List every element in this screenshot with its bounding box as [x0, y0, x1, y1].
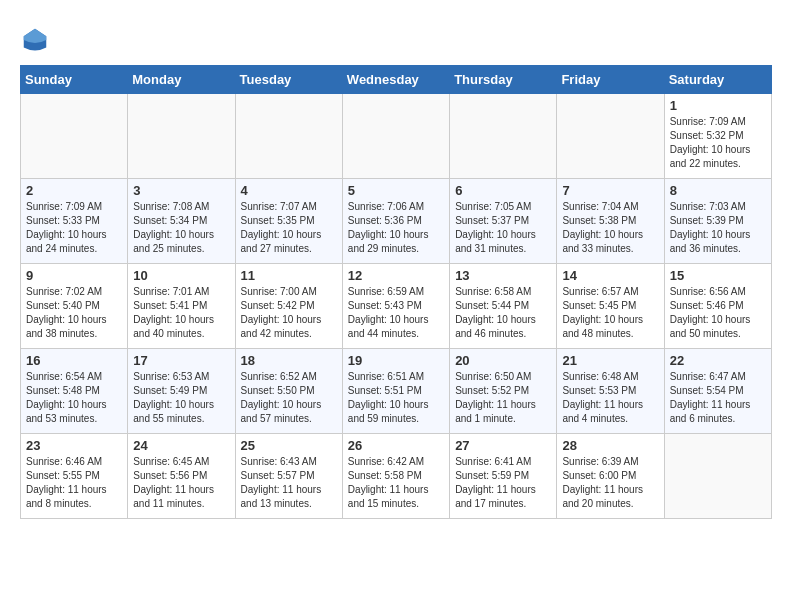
day-number: 16 [26, 353, 122, 368]
day-number: 12 [348, 268, 444, 283]
calendar-cell: 16Sunrise: 6:54 AM Sunset: 5:48 PM Dayli… [21, 349, 128, 434]
day-info: Sunrise: 6:42 AM Sunset: 5:58 PM Dayligh… [348, 455, 444, 511]
week-row-3: 9Sunrise: 7:02 AM Sunset: 5:40 PM Daylig… [21, 264, 772, 349]
day-info: Sunrise: 6:50 AM Sunset: 5:52 PM Dayligh… [455, 370, 551, 426]
day-info: Sunrise: 7:04 AM Sunset: 5:38 PM Dayligh… [562, 200, 658, 256]
calendar-cell: 8Sunrise: 7:03 AM Sunset: 5:39 PM Daylig… [664, 179, 771, 264]
calendar-cell: 20Sunrise: 6:50 AM Sunset: 5:52 PM Dayli… [450, 349, 557, 434]
calendar-cell: 28Sunrise: 6:39 AM Sunset: 6:00 PM Dayli… [557, 434, 664, 519]
day-number: 5 [348, 183, 444, 198]
week-row-5: 23Sunrise: 6:46 AM Sunset: 5:55 PM Dayli… [21, 434, 772, 519]
day-info: Sunrise: 6:52 AM Sunset: 5:50 PM Dayligh… [241, 370, 337, 426]
day-number: 4 [241, 183, 337, 198]
day-info: Sunrise: 6:41 AM Sunset: 5:59 PM Dayligh… [455, 455, 551, 511]
day-info: Sunrise: 6:39 AM Sunset: 6:00 PM Dayligh… [562, 455, 658, 511]
day-number: 8 [670, 183, 766, 198]
day-info: Sunrise: 7:03 AM Sunset: 5:39 PM Dayligh… [670, 200, 766, 256]
calendar-cell: 12Sunrise: 6:59 AM Sunset: 5:43 PM Dayli… [342, 264, 449, 349]
day-number: 26 [348, 438, 444, 453]
day-info: Sunrise: 7:09 AM Sunset: 5:32 PM Dayligh… [670, 115, 766, 171]
day-number: 14 [562, 268, 658, 283]
calendar-cell: 26Sunrise: 6:42 AM Sunset: 5:58 PM Dayli… [342, 434, 449, 519]
calendar-cell: 19Sunrise: 6:51 AM Sunset: 5:51 PM Dayli… [342, 349, 449, 434]
calendar-cell: 1Sunrise: 7:09 AM Sunset: 5:32 PM Daylig… [664, 94, 771, 179]
day-info: Sunrise: 6:48 AM Sunset: 5:53 PM Dayligh… [562, 370, 658, 426]
calendar-cell [21, 94, 128, 179]
day-number: 9 [26, 268, 122, 283]
day-info: Sunrise: 7:06 AM Sunset: 5:36 PM Dayligh… [348, 200, 444, 256]
day-info: Sunrise: 6:46 AM Sunset: 5:55 PM Dayligh… [26, 455, 122, 511]
day-number: 25 [241, 438, 337, 453]
week-row-2: 2Sunrise: 7:09 AM Sunset: 5:33 PM Daylig… [21, 179, 772, 264]
day-number: 13 [455, 268, 551, 283]
day-info: Sunrise: 6:51 AM Sunset: 5:51 PM Dayligh… [348, 370, 444, 426]
header-thursday: Thursday [450, 66, 557, 94]
day-number: 27 [455, 438, 551, 453]
day-number: 17 [133, 353, 229, 368]
day-number: 24 [133, 438, 229, 453]
week-row-1: 1Sunrise: 7:09 AM Sunset: 5:32 PM Daylig… [21, 94, 772, 179]
day-info: Sunrise: 6:45 AM Sunset: 5:56 PM Dayligh… [133, 455, 229, 511]
calendar-cell: 13Sunrise: 6:58 AM Sunset: 5:44 PM Dayli… [450, 264, 557, 349]
day-info: Sunrise: 6:54 AM Sunset: 5:48 PM Dayligh… [26, 370, 122, 426]
day-info: Sunrise: 6:56 AM Sunset: 5:46 PM Dayligh… [670, 285, 766, 341]
calendar-cell: 4Sunrise: 7:07 AM Sunset: 5:35 PM Daylig… [235, 179, 342, 264]
day-number: 28 [562, 438, 658, 453]
calendar-cell [450, 94, 557, 179]
calendar-cell: 11Sunrise: 7:00 AM Sunset: 5:42 PM Dayli… [235, 264, 342, 349]
day-info: Sunrise: 6:58 AM Sunset: 5:44 PM Dayligh… [455, 285, 551, 341]
calendar-cell: 25Sunrise: 6:43 AM Sunset: 5:57 PM Dayli… [235, 434, 342, 519]
calendar-cell: 15Sunrise: 6:56 AM Sunset: 5:46 PM Dayli… [664, 264, 771, 349]
calendar-cell: 7Sunrise: 7:04 AM Sunset: 5:38 PM Daylig… [557, 179, 664, 264]
day-info: Sunrise: 7:00 AM Sunset: 5:42 PM Dayligh… [241, 285, 337, 341]
calendar-cell: 2Sunrise: 7:09 AM Sunset: 5:33 PM Daylig… [21, 179, 128, 264]
calendar-cell: 22Sunrise: 6:47 AM Sunset: 5:54 PM Dayli… [664, 349, 771, 434]
calendar-cell: 5Sunrise: 7:06 AM Sunset: 5:36 PM Daylig… [342, 179, 449, 264]
day-number: 11 [241, 268, 337, 283]
header-sunday: Sunday [21, 66, 128, 94]
day-number: 15 [670, 268, 766, 283]
day-number: 23 [26, 438, 122, 453]
calendar-table: SundayMondayTuesdayWednesdayThursdayFrid… [20, 65, 772, 519]
calendar-cell: 27Sunrise: 6:41 AM Sunset: 5:59 PM Dayli… [450, 434, 557, 519]
calendar-cell [235, 94, 342, 179]
day-number: 6 [455, 183, 551, 198]
day-info: Sunrise: 6:43 AM Sunset: 5:57 PM Dayligh… [241, 455, 337, 511]
calendar-cell: 9Sunrise: 7:02 AM Sunset: 5:40 PM Daylig… [21, 264, 128, 349]
calendar-cell: 17Sunrise: 6:53 AM Sunset: 5:49 PM Dayli… [128, 349, 235, 434]
day-number: 7 [562, 183, 658, 198]
calendar-cell [557, 94, 664, 179]
day-number: 22 [670, 353, 766, 368]
page-header [20, 20, 772, 55]
day-info: Sunrise: 6:59 AM Sunset: 5:43 PM Dayligh… [348, 285, 444, 341]
day-number: 19 [348, 353, 444, 368]
calendar-cell [342, 94, 449, 179]
day-info: Sunrise: 6:57 AM Sunset: 5:45 PM Dayligh… [562, 285, 658, 341]
calendar-cell [128, 94, 235, 179]
day-number: 21 [562, 353, 658, 368]
day-info: Sunrise: 7:05 AM Sunset: 5:37 PM Dayligh… [455, 200, 551, 256]
calendar-cell: 10Sunrise: 7:01 AM Sunset: 5:41 PM Dayli… [128, 264, 235, 349]
day-number: 3 [133, 183, 229, 198]
logo-icon [20, 25, 50, 55]
calendar-cell: 3Sunrise: 7:08 AM Sunset: 5:34 PM Daylig… [128, 179, 235, 264]
day-number: 1 [670, 98, 766, 113]
day-number: 20 [455, 353, 551, 368]
day-info: Sunrise: 7:09 AM Sunset: 5:33 PM Dayligh… [26, 200, 122, 256]
calendar-cell: 14Sunrise: 6:57 AM Sunset: 5:45 PM Dayli… [557, 264, 664, 349]
header-tuesday: Tuesday [235, 66, 342, 94]
day-number: 10 [133, 268, 229, 283]
day-info: Sunrise: 7:08 AM Sunset: 5:34 PM Dayligh… [133, 200, 229, 256]
logo [20, 25, 54, 55]
header-saturday: Saturday [664, 66, 771, 94]
calendar-cell: 6Sunrise: 7:05 AM Sunset: 5:37 PM Daylig… [450, 179, 557, 264]
calendar-cell: 23Sunrise: 6:46 AM Sunset: 5:55 PM Dayli… [21, 434, 128, 519]
header-monday: Monday [128, 66, 235, 94]
day-info: Sunrise: 7:07 AM Sunset: 5:35 PM Dayligh… [241, 200, 337, 256]
day-number: 2 [26, 183, 122, 198]
day-info: Sunrise: 7:02 AM Sunset: 5:40 PM Dayligh… [26, 285, 122, 341]
header-wednesday: Wednesday [342, 66, 449, 94]
day-info: Sunrise: 7:01 AM Sunset: 5:41 PM Dayligh… [133, 285, 229, 341]
day-info: Sunrise: 6:53 AM Sunset: 5:49 PM Dayligh… [133, 370, 229, 426]
day-number: 18 [241, 353, 337, 368]
